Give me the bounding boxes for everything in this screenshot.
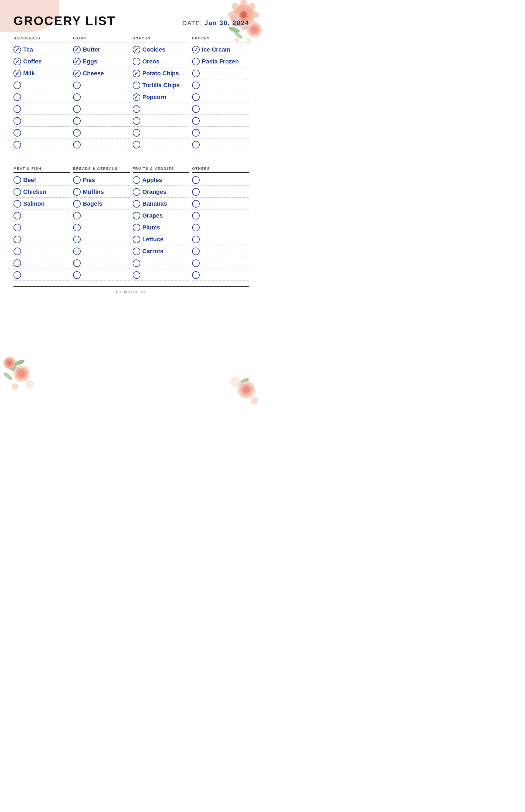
checkbox[interactable] bbox=[73, 260, 81, 267]
checkbox[interactable] bbox=[14, 70, 21, 77]
checkbox[interactable] bbox=[14, 141, 21, 148]
item-row[interactable] bbox=[73, 257, 130, 269]
checkbox[interactable] bbox=[192, 93, 200, 101]
item-row[interactable] bbox=[192, 257, 249, 269]
checkbox[interactable] bbox=[73, 93, 81, 101]
item-row[interactable]: Bagels bbox=[73, 197, 130, 209]
checkbox[interactable] bbox=[14, 105, 21, 113]
item-row[interactable] bbox=[192, 127, 249, 138]
checkbox[interactable] bbox=[14, 212, 21, 220]
item-row[interactable] bbox=[14, 209, 71, 221]
checkbox[interactable] bbox=[192, 46, 200, 54]
item-row[interactable] bbox=[14, 221, 71, 233]
checkbox[interactable] bbox=[73, 70, 81, 77]
checkbox[interactable] bbox=[192, 82, 200, 89]
item-row[interactable] bbox=[73, 103, 130, 115]
checkbox[interactable] bbox=[192, 141, 200, 148]
checkbox[interactable] bbox=[14, 176, 21, 184]
item-row[interactable] bbox=[73, 127, 130, 138]
item-row[interactable] bbox=[192, 233, 249, 245]
item-row[interactable] bbox=[192, 209, 249, 221]
checkbox[interactable] bbox=[133, 271, 140, 279]
checkbox[interactable] bbox=[14, 260, 21, 267]
checkbox[interactable] bbox=[133, 58, 140, 65]
item-row[interactable] bbox=[133, 138, 190, 150]
checkbox[interactable] bbox=[14, 117, 21, 125]
checkbox[interactable] bbox=[73, 212, 81, 220]
checkbox[interactable] bbox=[192, 58, 200, 65]
checkbox[interactable] bbox=[73, 117, 81, 125]
checkbox[interactable] bbox=[192, 248, 200, 255]
item-row[interactable]: Lettuce bbox=[133, 233, 190, 245]
item-row[interactable]: Oreos bbox=[133, 55, 190, 67]
checkbox[interactable] bbox=[192, 236, 200, 243]
checkbox[interactable] bbox=[73, 248, 81, 255]
checkbox[interactable] bbox=[133, 93, 140, 101]
checkbox[interactable] bbox=[73, 82, 81, 89]
checkbox[interactable] bbox=[133, 82, 140, 89]
item-row[interactable] bbox=[133, 103, 190, 115]
item-row[interactable]: Butter bbox=[73, 43, 130, 55]
item-row[interactable]: Carrots bbox=[133, 245, 190, 257]
item-row[interactable] bbox=[73, 269, 130, 281]
checkbox[interactable] bbox=[192, 271, 200, 279]
checkbox[interactable] bbox=[192, 176, 200, 184]
item-row[interactable] bbox=[73, 221, 130, 233]
checkbox[interactable] bbox=[133, 46, 140, 54]
item-row[interactable] bbox=[14, 233, 71, 245]
item-row[interactable] bbox=[192, 245, 249, 257]
checkbox[interactable] bbox=[73, 46, 81, 54]
item-row[interactable]: Coffee bbox=[14, 55, 71, 67]
checkbox[interactable] bbox=[14, 82, 21, 89]
checkbox[interactable] bbox=[73, 141, 81, 148]
checkbox[interactable] bbox=[14, 224, 21, 231]
item-row[interactable] bbox=[192, 138, 249, 150]
item-row[interactable] bbox=[192, 174, 249, 186]
item-row[interactable] bbox=[192, 79, 249, 91]
item-row[interactable] bbox=[192, 197, 249, 209]
item-row[interactable] bbox=[73, 209, 130, 221]
checkbox[interactable] bbox=[14, 46, 21, 54]
item-row[interactable] bbox=[192, 103, 249, 115]
item-row[interactable] bbox=[73, 138, 130, 150]
item-row[interactable] bbox=[14, 127, 71, 138]
checkbox[interactable] bbox=[133, 212, 140, 220]
item-row[interactable]: Salmon bbox=[14, 197, 71, 209]
item-row[interactable]: Tea bbox=[14, 43, 71, 55]
item-row[interactable] bbox=[14, 138, 71, 150]
item-row[interactable] bbox=[133, 257, 190, 269]
checkbox[interactable] bbox=[133, 224, 140, 231]
item-row[interactable] bbox=[73, 233, 130, 245]
item-row[interactable]: Grapes bbox=[133, 209, 190, 221]
checkbox[interactable] bbox=[192, 129, 200, 137]
checkbox[interactable] bbox=[192, 188, 200, 196]
checkbox[interactable] bbox=[133, 248, 140, 255]
item-row[interactable]: Tortilla Chips bbox=[133, 79, 190, 91]
checkbox[interactable] bbox=[133, 176, 140, 184]
checkbox[interactable] bbox=[14, 271, 21, 279]
item-row[interactable] bbox=[73, 245, 130, 257]
item-row[interactable] bbox=[73, 79, 130, 91]
checkbox[interactable] bbox=[192, 70, 200, 77]
checkbox[interactable] bbox=[133, 188, 140, 196]
item-row[interactable]: Popcorn bbox=[133, 91, 190, 103]
item-row[interactable]: Oranges bbox=[133, 186, 190, 197]
item-row[interactable] bbox=[14, 257, 71, 269]
checkbox[interactable] bbox=[73, 129, 81, 137]
item-row[interactable] bbox=[73, 115, 130, 127]
item-row[interactable] bbox=[192, 115, 249, 127]
checkbox[interactable] bbox=[14, 58, 21, 65]
item-row[interactable]: Apples bbox=[133, 174, 190, 186]
item-row[interactable] bbox=[192, 269, 249, 281]
item-row[interactable]: Cookies bbox=[133, 43, 190, 55]
item-row[interactable]: Chicken bbox=[14, 186, 71, 197]
item-row[interactable] bbox=[73, 91, 130, 103]
checkbox[interactable] bbox=[133, 129, 140, 137]
item-row[interactable] bbox=[192, 67, 249, 79]
item-row[interactable] bbox=[133, 115, 190, 127]
checkbox[interactable] bbox=[133, 236, 140, 243]
item-row[interactable]: Beef bbox=[14, 174, 71, 186]
checkbox[interactable] bbox=[73, 200, 81, 208]
checkbox[interactable] bbox=[73, 224, 81, 231]
checkbox[interactable] bbox=[192, 260, 200, 267]
